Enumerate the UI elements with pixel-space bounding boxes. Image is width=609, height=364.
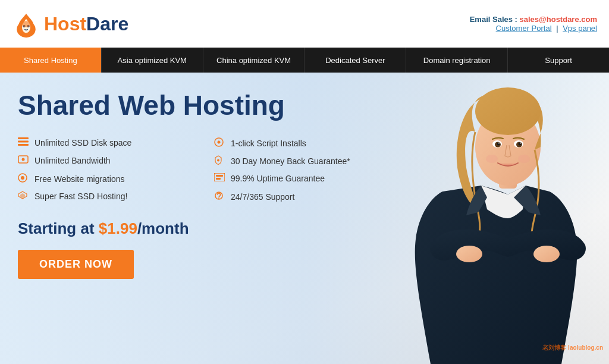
woman-figure-icon	[383, 73, 609, 364]
migration-icon	[18, 173, 30, 185]
feature-text-5: 1-click Script Installs	[231, 139, 306, 148]
svg-point-6	[475, 87, 541, 135]
bandwidth-icon	[18, 155, 30, 166]
disk-icon	[18, 137, 30, 148]
svg-point-35	[218, 197, 219, 199]
svg-point-18	[533, 246, 560, 262]
feature-text-4: Super Fast SSD Hosting!	[34, 192, 127, 201]
feature-text-8: 24/7/365 Support	[231, 192, 294, 202]
feature-item-5: 1-click Script Installs	[214, 137, 387, 149]
script-icon	[214, 137, 226, 149]
pricing-prefix: Starting at	[18, 219, 99, 237]
pricing-display: Starting at $1.99/month	[18, 219, 387, 238]
hero-content: Shared Web Hosting Unlimited SSD Disk sp…	[0, 73, 404, 291]
feature-item-3: Free Website migrations	[18, 173, 190, 185]
hero-woman-image	[383, 73, 609, 364]
pricing-price: $1.99	[99, 219, 137, 237]
customer-portal-link[interactable]: Customer Portal	[496, 24, 552, 33]
svg-point-25	[22, 158, 25, 161]
portal-line: Customer Portal | Vps panel	[470, 24, 597, 33]
main-nav: Shared Hosting Asia optimized KVM China …	[0, 48, 609, 73]
hero-section: Shared Web Hosting Unlimited SSD Disk sp…	[0, 73, 609, 364]
logo-flame-icon	[12, 10, 40, 38]
svg-point-23	[218, 141, 220, 143]
svg-rect-29	[214, 173, 225, 181]
email-line: Email Sales : sales@hostdare.com	[470, 15, 597, 24]
feature-text-3: Free Website migrations	[34, 174, 124, 184]
nav-item-shared-hosting[interactable]: Shared Hosting	[0, 48, 102, 73]
header: HostDare Email Sales : sales@hostdare.co…	[0, 0, 609, 48]
nav-item-support[interactable]: Support	[508, 48, 609, 73]
svg-rect-20	[18, 140, 29, 142]
vps-panel-link[interactable]: Vps panel	[563, 24, 597, 33]
pricing-suffix: /month	[137, 219, 189, 237]
order-now-button[interactable]: ORDER NOW	[18, 250, 134, 279]
features-grid: Unlimited SSD Disk space 1-click Script …	[18, 137, 387, 203]
ssd-icon	[18, 191, 30, 202]
header-contact: Email Sales : sales@hostdare.com Custome…	[470, 15, 597, 33]
feature-item-8: 24/7/365 Support	[214, 191, 387, 203]
nav-item-asia-kvm[interactable]: Asia optimized KVM	[102, 48, 203, 73]
hero-title: Shared Web Hosting	[18, 90, 387, 121]
feature-item-1: Unlimited SSD Disk space	[18, 137, 190, 149]
svg-rect-19	[18, 137, 29, 139]
svg-point-15	[486, 155, 498, 163]
uptime-icon	[214, 173, 226, 184]
nav-item-china-kvm[interactable]: China optimized KVM	[203, 48, 305, 73]
feature-item-6: 30 Day Money Back Guarantee*	[214, 155, 387, 167]
feature-text-2: Unlimited Bandwidth	[34, 156, 111, 165]
money-back-icon	[214, 155, 226, 167]
svg-rect-31	[216, 178, 221, 180]
svg-rect-21	[18, 144, 29, 146]
svg-point-26	[217, 159, 219, 161]
feature-item-7: 99.9% Uptime Guarantee	[214, 173, 387, 185]
nav-item-domain[interactable]: Domain registration	[406, 48, 508, 73]
support-icon	[214, 191, 226, 203]
nav-item-dedicated[interactable]: Dedicated Server	[304, 48, 406, 73]
feature-text-7: 99.9% Uptime Guarantee	[231, 174, 325, 183]
feature-item-2: Unlimited Bandwidth	[18, 155, 190, 167]
svg-point-13	[498, 143, 500, 144]
svg-point-28	[21, 176, 24, 180]
feature-text-1: Unlimited SSD Disk space	[34, 138, 131, 148]
svg-point-14	[520, 143, 521, 144]
feature-item-4: Super Fast SSD Hosting!	[18, 191, 190, 203]
svg-point-3	[22, 21, 30, 27]
svg-rect-30	[216, 175, 223, 177]
feature-text-6: 30 Day Money Back Guarantee*	[231, 156, 350, 166]
logo-text: HostDare	[44, 13, 128, 35]
watermark: 老刘博客 laolublog.cn	[542, 344, 603, 352]
logo[interactable]: HostDare	[12, 10, 128, 38]
svg-point-17	[456, 246, 482, 262]
svg-point-16	[518, 155, 530, 163]
